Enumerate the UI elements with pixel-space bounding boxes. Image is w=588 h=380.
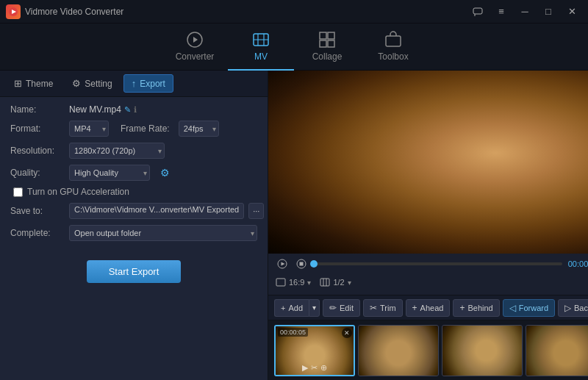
- thumb-close-1[interactable]: ✕: [342, 328, 352, 338]
- thumb-play-1[interactable]: ▶: [302, 363, 308, 373]
- window-controls: ≡ ─ □ ✕: [467, 4, 582, 19]
- main-area: ⊞ Theme ⚙ Setting ↑ Export Name: New MV.…: [0, 71, 588, 380]
- film-thumb-2[interactable]: [358, 325, 439, 376]
- menu-button[interactable]: ≡: [491, 4, 512, 19]
- app-logo: [6, 4, 21, 19]
- playback-bar: 00:00:00.00/00:00:20.00 🔊: [276, 257, 588, 270]
- framerate-select[interactable]: 24fps25fps30fps60fps: [179, 121, 219, 137]
- complete-row: Complete: Open output folderDo nothingSh…: [10, 225, 257, 241]
- svg-rect-11: [386, 36, 401, 46]
- quality-settings-icon[interactable]: ⚙: [160, 167, 170, 179]
- maximize-button[interactable]: □: [538, 4, 559, 19]
- stop-button[interactable]: [295, 257, 308, 270]
- filmstrip: ✕ 00:00:05 ▶ ✂ ⊕: [268, 320, 588, 380]
- saveto-path: C:\Vidmore\Vidmore V...onverter\MV Expor…: [69, 203, 244, 219]
- saveto-dots-button[interactable]: ···: [248, 203, 264, 219]
- backward-icon: ▷: [564, 303, 571, 313]
- add-dropdown-button[interactable]: ▾: [309, 299, 320, 317]
- svg-rect-2: [473, 8, 482, 14]
- complete-label: Complete:: [10, 228, 63, 238]
- name-value: New MV.mp4 ✎ ℹ: [69, 104, 137, 115]
- subtab-export[interactable]: ↑ Export: [123, 74, 173, 93]
- add-button-group: + Add ▾: [274, 299, 320, 317]
- backward-button[interactable]: ▷ Backward: [558, 299, 588, 317]
- progress-dot: [310, 260, 318, 268]
- format-select[interactable]: MP4AVIMOVMKV: [69, 121, 109, 137]
- svg-marker-5: [193, 37, 198, 43]
- info-icon[interactable]: ℹ: [134, 105, 137, 115]
- quality-row: Quality: High QualityMedium QualityLow Q…: [10, 165, 257, 181]
- svg-rect-17: [320, 279, 329, 286]
- svg-rect-7: [320, 32, 326, 39]
- resolution-select[interactable]: 1280x720 (720p)1920x1080 (1080p)854x480 …: [69, 143, 165, 159]
- edit-icon: ✏: [329, 303, 337, 313]
- export-settings: Name: New MV.mp4 ✎ ℹ Format: MP4AVIMOVMK…: [0, 97, 268, 248]
- ratio-selector: 16:9 ▾ 1/2 ▾: [276, 277, 351, 287]
- svg-rect-10: [328, 40, 334, 47]
- resolution-select-wrapper: 1280x720 (720p)1920x1080 (1080p)854x480 …: [69, 143, 165, 159]
- title-left: Vidmore Video Converter: [6, 4, 123, 19]
- format-label: Format:: [10, 123, 63, 134]
- subtab-theme[interactable]: ⊞ Theme: [6, 74, 61, 93]
- start-export-left-button[interactable]: Start Export: [87, 260, 182, 283]
- export-icon: ↑: [132, 78, 137, 89]
- ratio-arrow[interactable]: ▾: [307, 279, 311, 287]
- saveto-label: Save to:: [10, 206, 63, 216]
- progress-bar[interactable]: [314, 262, 562, 265]
- gpu-checkbox[interactable]: [13, 187, 23, 197]
- film-thumb-3[interactable]: [442, 325, 523, 376]
- framerate-label: Frame Rate:: [121, 123, 170, 134]
- app-title: Vidmore Video Converter: [25, 7, 123, 17]
- theme-icon: ⊞: [14, 78, 22, 89]
- tab-toolbox[interactable]: Toolbox: [360, 24, 426, 71]
- preview-image: [268, 71, 588, 254]
- thumb-image-4: [526, 326, 588, 376]
- play-button[interactable]: [276, 257, 289, 270]
- left-panel: ⊞ Theme ⚙ Setting ↑ Export Name: New MV.…: [0, 71, 268, 380]
- quality-select[interactable]: High QualityMedium QualityLow Quality: [69, 165, 150, 181]
- thumb-controls-1: ▶ ✂ ⊕: [302, 363, 327, 373]
- film-thumb-1[interactable]: ✕ 00:00:05 ▶ ✂ ⊕: [274, 325, 355, 376]
- saveto-row: Save to: C:\Vidmore\Vidmore V...onverter…: [10, 203, 257, 219]
- behind-icon: +: [459, 303, 465, 313]
- edit-button[interactable]: ✏ Edit: [323, 299, 360, 317]
- edit-name-icon[interactable]: ✎: [124, 105, 131, 115]
- framerate-select-wrapper: 24fps25fps30fps60fps: [179, 121, 219, 137]
- svg-rect-15: [300, 262, 304, 266]
- forward-button[interactable]: ◁ Forward: [503, 299, 555, 317]
- close-button[interactable]: ✕: [562, 4, 582, 19]
- ahead-button[interactable]: + Ahead: [406, 299, 451, 317]
- thumb-image-3: [442, 326, 522, 376]
- subtab-setting[interactable]: ⚙ Setting: [64, 74, 120, 93]
- trim-button[interactable]: ✂ Trim: [363, 299, 403, 317]
- setting-icon: ⚙: [72, 78, 81, 89]
- thumb-settings-1[interactable]: ⊕: [320, 363, 327, 373]
- quality-select-wrapper: High QualityMedium QualityLow Quality: [69, 165, 150, 181]
- time-display: 00:00:00.00/00:00:20.00: [568, 259, 588, 268]
- behind-button[interactable]: + Behind: [453, 299, 499, 317]
- name-row: Name: New MV.mp4 ✎ ℹ: [10, 104, 257, 115]
- complete-select[interactable]: Open output folderDo nothingShut down: [69, 225, 257, 241]
- tab-converter[interactable]: Converter: [162, 24, 228, 71]
- thumb-trim-1[interactable]: ✂: [311, 363, 318, 373]
- right-panel: 00:00:00.00/00:00:20.00 🔊 16:9 ▾ 1/2 ▾ S…: [268, 71, 588, 380]
- resolution-label: Resolution:: [10, 146, 63, 156]
- svg-rect-9: [320, 40, 326, 47]
- film-thumb-4[interactable]: [526, 325, 588, 376]
- complete-select-wrapper: Open output folderDo nothingShut down: [69, 225, 257, 241]
- title-bar: Vidmore Video Converter ≡ ─ □ ✕: [0, 0, 588, 24]
- tab-mv[interactable]: MV: [228, 24, 294, 71]
- tab-collage[interactable]: Collage: [294, 24, 360, 71]
- plus-icon: +: [281, 304, 285, 312]
- scissors-icon: ✂: [370, 303, 377, 313]
- chat-button[interactable]: [467, 4, 488, 19]
- speed-arrow[interactable]: ▾: [348, 279, 351, 287]
- format-select-wrapper: MP4AVIMOVMKV: [69, 121, 109, 137]
- thumb-time-1: 00:00:05: [278, 328, 308, 337]
- resolution-row: Resolution: 1280x720 (720p)1920x1080 (10…: [10, 143, 257, 159]
- minimize-button[interactable]: ─: [514, 4, 535, 19]
- add-main-button[interactable]: + Add: [274, 299, 309, 317]
- bottom-toolbar: + Add ▾ ✏ Edit ✂ Trim + Ahead + Behind: [268, 295, 588, 320]
- svg-rect-16: [276, 279, 285, 286]
- gpu-row: Turn on GPU Acceleration: [10, 187, 257, 197]
